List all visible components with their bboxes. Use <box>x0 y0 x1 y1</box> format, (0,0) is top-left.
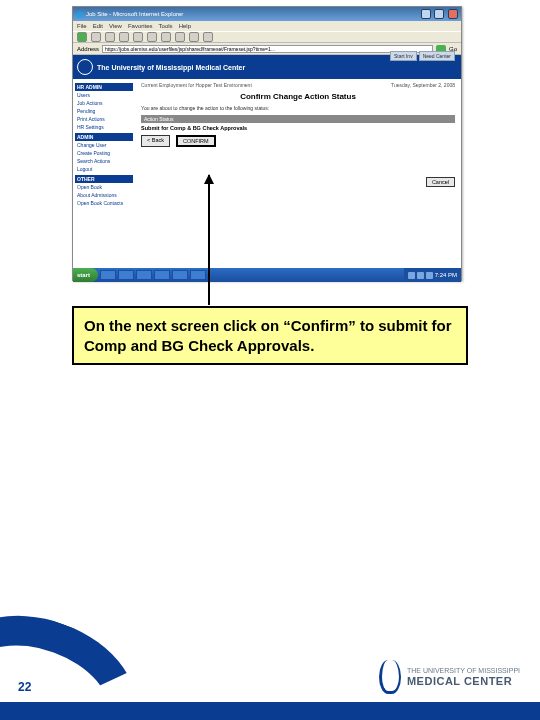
banner-title: The University of Mississippi Medical Ce… <box>97 64 245 71</box>
breadcrumb: Current Employment for Hopper Test Envir… <box>141 82 252 88</box>
menu-edit[interactable]: Edit <box>93 23 103 29</box>
sidebar-item[interactable]: Create Posting <box>75 149 133 157</box>
window-title: Job Site - Microsoft Internet Explorer <box>86 11 183 17</box>
sidebar-item[interactable]: Pending <box>75 107 133 115</box>
stop-icon[interactable] <box>105 32 115 42</box>
status-line: Submit for Comp & BG Check Approvals <box>141 123 455 133</box>
page-title: Confirm Change Action Status <box>141 92 455 101</box>
print-icon[interactable] <box>203 32 213 42</box>
taskbar-item[interactable] <box>172 270 188 280</box>
maximize-icon[interactable] <box>434 9 444 19</box>
main-panel: Current Employment for Hopper Test Envir… <box>135 79 461 268</box>
menu-file[interactable]: File <box>77 23 87 29</box>
clock: 7:24 PM <box>435 272 457 278</box>
start-button[interactable]: start <box>73 268 98 282</box>
tray-icon[interactable] <box>408 272 415 279</box>
system-tray: 7:24 PM <box>404 268 461 282</box>
menu-tools[interactable]: Tools <box>159 23 173 29</box>
sidebar-item[interactable]: About Admissions <box>75 191 133 199</box>
toolbar <box>73 31 461 43</box>
confirm-button[interactable]: CONFIRM <box>176 135 216 147</box>
caption-box: On the next screen click on “Confirm” to… <box>72 306 468 365</box>
window-titlebar: 🌐 Job Site - Microsoft Internet Explorer <box>73 7 461 21</box>
minimize-icon[interactable] <box>421 9 431 19</box>
sidebar-item[interactable]: Change User <box>75 141 133 149</box>
refresh-icon[interactable] <box>119 32 129 42</box>
sidebar: HR ADMIN Users Job Actions Pending Print… <box>73 79 135 268</box>
taskbar-item[interactable] <box>190 270 206 280</box>
tray-icon[interactable] <box>426 272 433 279</box>
sidebar-item[interactable]: HR Settings <box>75 123 133 131</box>
logo-line-2: MEDICAL CENTER <box>407 675 520 687</box>
sidebar-header-3: OTHER <box>75 175 133 183</box>
banner-tabs: Start Inv Need Center <box>390 51 455 61</box>
sidebar-item[interactable]: Open Book Contacts <box>75 199 133 207</box>
start-label: start <box>77 272 90 278</box>
favorites-icon[interactable] <box>161 32 171 42</box>
banner-tab-1[interactable]: Start Inv <box>390 51 417 61</box>
address-label: Address <box>77 46 99 52</box>
sidebar-header-1: HR ADMIN <box>75 83 133 91</box>
sidebar-item[interactable]: Logout <box>75 165 133 173</box>
callout-arrow-icon <box>208 175 210 305</box>
sidebar-item[interactable]: Search Actions <box>75 157 133 165</box>
footer-swoosh-icon <box>0 590 158 720</box>
url-input[interactable] <box>102 45 433 53</box>
forward-icon[interactable] <box>91 32 101 42</box>
sidebar-item[interactable]: Print Actions <box>75 115 133 123</box>
footer-bar <box>0 702 540 720</box>
mail-icon[interactable] <box>189 32 199 42</box>
tray-icon[interactable] <box>417 272 424 279</box>
taskbar-item[interactable] <box>136 270 152 280</box>
banner-logo-icon <box>77 59 93 75</box>
menu-favorites[interactable]: Favorites <box>128 23 153 29</box>
page-subtitle: You are about to change the action to th… <box>141 105 455 111</box>
logo-line-1: THE UNIVERSITY OF MISSISSIPPI <box>407 667 520 675</box>
menu-help[interactable]: Help <box>179 23 191 29</box>
taskbar-item[interactable] <box>118 270 134 280</box>
page-content: The University of Mississippi Medical Ce… <box>73 55 461 268</box>
browser-screenshot: 🌐 Job Site - Microsoft Internet Explorer… <box>72 6 462 281</box>
um-logo-icon <box>379 660 401 694</box>
footer-logo: THE UNIVERSITY OF MISSISSIPPI MEDICAL CE… <box>379 660 520 694</box>
slide: 🌐 Job Site - Microsoft Internet Explorer… <box>0 0 540 720</box>
sidebar-header-2: ADMIN <box>75 133 133 141</box>
back-icon[interactable] <box>77 32 87 42</box>
taskbar: start 7:24 PM <box>73 268 461 282</box>
page-number: 22 <box>18 680 31 694</box>
section-bar: Action Status <box>141 115 455 123</box>
close-icon[interactable] <box>448 9 458 19</box>
back-button[interactable]: < Back <box>141 135 170 147</box>
sidebar-item[interactable]: Users <box>75 91 133 99</box>
menu-bar[interactable]: File Edit View Favorites Tools Help <box>73 21 461 31</box>
sidebar-item[interactable]: Job Actions <box>75 99 133 107</box>
page-date: Tuesday, September 2, 2008 <box>391 82 455 88</box>
home-icon[interactable] <box>133 32 143 42</box>
banner-tab-2[interactable]: Need Center <box>419 51 455 61</box>
search-icon[interactable] <box>147 32 157 42</box>
taskbar-item[interactable] <box>100 270 116 280</box>
ie-icon: 🌐 <box>76 11 83 18</box>
cancel-button[interactable]: Cancel <box>426 177 455 187</box>
menu-view[interactable]: View <box>109 23 122 29</box>
sidebar-item[interactable]: Open Book <box>75 183 133 191</box>
taskbar-item[interactable] <box>154 270 170 280</box>
window-controls[interactable] <box>419 9 458 20</box>
history-icon[interactable] <box>175 32 185 42</box>
